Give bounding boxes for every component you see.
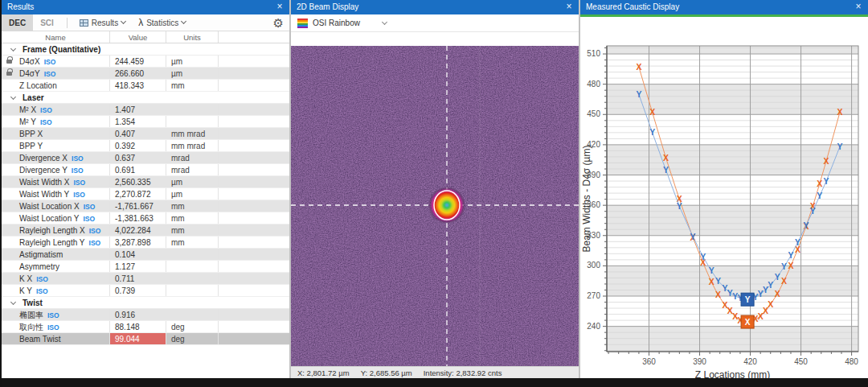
results-table-body: Frame (Quantitative)D4σXISO244.459µmD4σY… — [2, 43, 289, 378]
chevron-down-icon[interactable] — [10, 45, 16, 51]
result-name-cell: BPP Y — [2, 140, 110, 151]
table-row[interactable]: Divergence YISO0.691mrad — [2, 164, 289, 176]
result-units-cell: mrad — [166, 164, 219, 175]
svg-text:Y: Y — [795, 237, 800, 247]
iso-badge: ISO — [89, 239, 101, 247]
result-name: 椭圆率 — [19, 311, 43, 319]
result-units-cell: mm — [166, 224, 219, 236]
result-units-cell: mm mrad — [166, 128, 219, 139]
colormap-selector-label[interactable]: OSI Rainbow — [313, 19, 360, 27]
app-window: Results × DEC SCI Results λ Statistics ⚙… — [0, 0, 868, 387]
svg-text:510: 510 — [587, 49, 600, 58]
window-left-edge — [0, 0, 2, 387]
table-row[interactable]: Waist Location XISO-1,761.667mm — [2, 200, 289, 212]
result-name: Asymmetry — [19, 262, 59, 271]
table-row[interactable]: D4σYISO266.660µm — [2, 68, 289, 80]
table-row[interactable]: 椭圆率ISO0.916 — [2, 309, 289, 321]
chevron-down-icon[interactable] — [382, 19, 387, 25]
result-name-cell: Rayleigh Length XISO — [2, 224, 110, 236]
result-extra-cell — [219, 176, 289, 187]
window-bottom-edge — [0, 378, 868, 387]
result-extra-cell — [219, 56, 289, 67]
result-units-cell — [166, 309, 219, 320]
section-label: Frame (Quantitative) — [23, 45, 100, 54]
svg-text:270: 270 — [587, 291, 600, 300]
svg-text:450: 450 — [587, 109, 600, 118]
gear-icon[interactable]: ⚙ — [273, 17, 284, 29]
result-value-cell: 2,270.872 — [110, 188, 166, 200]
table-grid-icon — [80, 19, 88, 27]
result-value-cell: 3,287.898 — [110, 237, 166, 248]
result-name: D4σX — [19, 57, 40, 66]
result-name-cell: M² YISO — [2, 116, 110, 127]
current-frame-marker-y[interactable]: Y — [741, 293, 754, 306]
table-row[interactable]: BPP X0.407mm mrad — [2, 128, 289, 140]
table-row[interactable]: 取向性ISO88.148deg — [2, 321, 289, 333]
result-name-cell: Divergence YISO — [2, 164, 110, 175]
results-dropdown[interactable]: Results — [73, 14, 132, 31]
result-name-cell: Waist Width YISO — [2, 188, 110, 200]
beam-display-panel: 2D Beam Display × OSI Rainbow — [291, 0, 579, 378]
svg-text:Y: Y — [837, 142, 842, 151]
close-icon[interactable]: × — [563, 0, 575, 14]
beam-panel-title: 2D Beam Display — [297, 2, 358, 11]
colormap-rainbow-icon — [297, 19, 308, 28]
beam-image-view[interactable] — [291, 46, 579, 366]
table-row[interactable]: Waist Width YISO2,270.872µm — [2, 188, 289, 200]
table-row[interactable]: BPP Y0.392mm mrad — [2, 140, 289, 152]
statistics-dropdown[interactable]: λ Statistics — [132, 14, 192, 31]
svg-text:Y: Y — [649, 127, 655, 137]
table-row[interactable]: Waist Width XISO2,560.335µm — [2, 176, 289, 188]
current-frame-marker-x[interactable]: X — [741, 315, 754, 328]
svg-text:X: X — [837, 107, 842, 117]
result-name-cell: Asymmetry — [2, 261, 110, 272]
table-row[interactable]: Rayleigh Length YISO3,287.898mm — [2, 237, 289, 249]
table-row[interactable]: M² YISO1.354 — [2, 116, 289, 128]
svg-text:Y: Y — [775, 272, 780, 282]
table-row[interactable]: Divergence XISO0.637mrad — [2, 152, 289, 164]
result-units-cell: deg — [166, 321, 219, 332]
result-name-cell: D4σXISO — [2, 56, 110, 67]
section-label: Twist — [23, 298, 43, 307]
table-row[interactable]: K XISO0.711 — [2, 273, 289, 285]
result-extra-cell — [219, 285, 289, 296]
result-units-cell — [166, 104, 219, 115]
result-name-cell: Z Location — [2, 80, 110, 91]
close-icon[interactable]: × — [852, 0, 865, 14]
table-row[interactable]: Beam Twist99.044deg — [2, 333, 289, 345]
chevron-down-icon[interactable] — [10, 93, 16, 99]
caustic-chart-area[interactable]: 2402703003303603904204504805103603904204… — [580, 17, 868, 378]
iso-badge: ISO — [84, 203, 96, 211]
column-header-units: Units — [166, 31, 219, 43]
result-name: BPP X — [19, 130, 43, 138]
svg-text:Y: Y — [715, 276, 721, 286]
beam-toolbar: OSI Rainbow — [291, 14, 579, 32]
result-extra-cell — [219, 188, 289, 200]
table-row[interactable]: K YISO0.739 — [2, 285, 289, 297]
result-name-cell: Waist Width XISO — [2, 176, 110, 187]
section-row[interactable]: Frame (Quantitative) — [2, 43, 289, 56]
close-icon[interactable]: × — [273, 0, 286, 14]
tab-dec[interactable]: DEC — [2, 14, 33, 31]
table-row[interactable]: Waist Location YISO-1,381.663mm — [2, 212, 289, 224]
lambda-icon: λ — [138, 17, 143, 28]
table-row[interactable]: Astigmatism0.104 — [2, 249, 289, 261]
table-row[interactable]: D4σXISO244.459µm — [2, 56, 289, 68]
table-row[interactable]: Asymmetry1.127 — [2, 261, 289, 273]
caustic-panel-title: Measured Caustic Display — [586, 2, 679, 11]
tab-sci[interactable]: SCI — [33, 14, 61, 31]
section-row[interactable]: Laser — [2, 92, 289, 104]
result-value-cell: -1,381.663 — [110, 212, 166, 224]
section-row[interactable]: Twist — [2, 297, 289, 309]
result-value-cell: 244.459 — [110, 56, 166, 67]
svg-text:X: X — [649, 107, 655, 117]
result-extra-cell — [219, 212, 289, 224]
svg-text:X: X — [788, 261, 793, 270]
table-row[interactable]: M² XISO1.407 — [2, 104, 289, 116]
result-name-cell: 取向性ISO — [2, 321, 110, 332]
result-value-cell: 1.407 — [110, 104, 166, 115]
svg-text:X: X — [817, 179, 822, 188]
table-row[interactable]: Z Location418.343mm — [2, 80, 289, 92]
chevron-down-icon[interactable] — [10, 298, 16, 304]
table-row[interactable]: Rayleigh Length XISO4,022.284mm — [2, 224, 289, 237]
